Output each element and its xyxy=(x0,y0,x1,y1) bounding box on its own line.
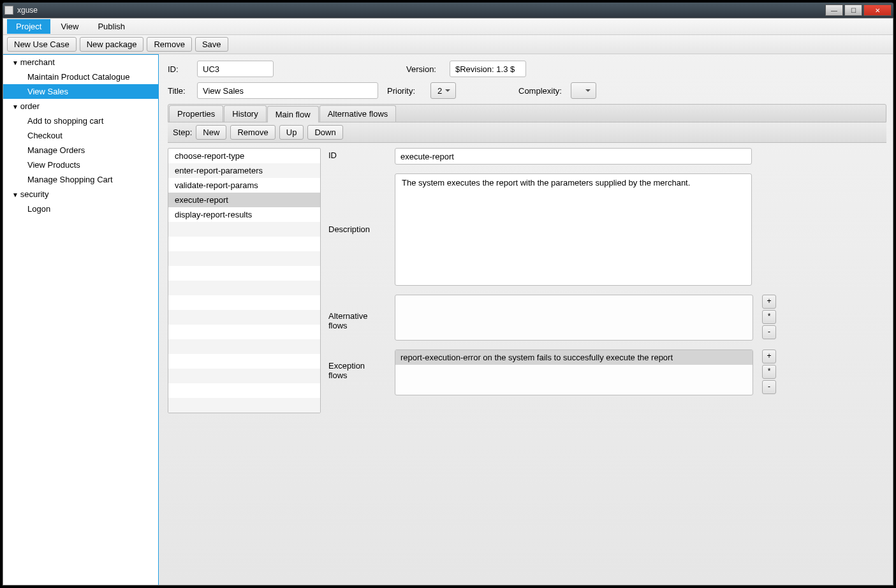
tree-leaf[interactable]: Logon xyxy=(3,202,158,216)
new-use-case-button[interactable]: New Use Case xyxy=(7,37,77,52)
id-label: ID: xyxy=(168,64,188,74)
alt-add-button[interactable]: + xyxy=(762,295,776,309)
tree-sidebar[interactable]: merchant Maintain Product Catalogue View… xyxy=(3,54,159,585)
menu-view[interactable]: View xyxy=(52,19,87,34)
step-toolbar: Step: New Remove Up Down xyxy=(168,122,886,143)
exc-remove-button[interactable]: - xyxy=(762,380,776,394)
id-input[interactable] xyxy=(197,61,274,77)
step-new-button[interactable]: New xyxy=(196,125,226,140)
tab-alt-flows[interactable]: Alternative flows xyxy=(319,105,397,122)
app-icon xyxy=(4,6,13,15)
step-item[interactable]: choose-report-type xyxy=(168,149,320,163)
tab-history[interactable]: History xyxy=(224,105,266,122)
step-list[interactable]: choose-report-type enter-report-paramete… xyxy=(168,148,321,413)
tree-leaf[interactable]: Manage Shopping Cart xyxy=(3,172,158,187)
tree-group-merchant[interactable]: merchant xyxy=(3,55,158,70)
tree-group-order[interactable]: order xyxy=(3,99,158,114)
tree-leaf[interactable]: Maintain Product Catalogue xyxy=(3,70,158,84)
tab-bar: Properties History Main flow Alternative… xyxy=(168,104,886,122)
window-title: xguse xyxy=(17,6,825,15)
maximize-button[interactable]: ☐ xyxy=(844,4,862,16)
main-panel: ID: Version: Title: Priority: 2 Complexi… xyxy=(159,54,893,585)
version-input[interactable] xyxy=(450,61,526,77)
new-package-button[interactable]: New package xyxy=(80,37,144,52)
exc-flows-label: Exception flows xyxy=(328,349,386,380)
tree-leaf[interactable]: Checkout xyxy=(3,128,158,143)
priority-select[interactable]: 2 xyxy=(430,82,456,99)
step-item[interactable]: enter-report-parameters xyxy=(168,163,320,178)
alt-remove-button[interactable]: - xyxy=(762,325,776,339)
tree-leaf[interactable]: Add to shopping cart xyxy=(3,114,158,128)
tree-leaf[interactable]: View Products xyxy=(3,158,158,172)
tab-main-flow[interactable]: Main flow xyxy=(267,106,319,122)
save-button[interactable]: Save xyxy=(195,37,228,52)
step-up-button[interactable]: Up xyxy=(279,125,304,140)
tree-leaf-selected[interactable]: View Sales xyxy=(3,84,158,99)
title-label: Title: xyxy=(168,86,188,96)
exc-flows-list[interactable]: report-execution-error on the system fai… xyxy=(395,349,753,395)
complexity-label: Complexity: xyxy=(518,86,562,96)
description-label: Description xyxy=(328,173,386,286)
menu-bar: Project View Publish xyxy=(3,18,893,35)
window-titlebar: xguse — ☐ ✕ xyxy=(3,3,893,18)
title-input[interactable] xyxy=(197,82,378,99)
step-down-button[interactable]: Down xyxy=(307,125,342,140)
alt-flows-list[interactable] xyxy=(395,295,753,341)
tree-leaf[interactable]: Manage Orders xyxy=(3,143,158,158)
tab-properties[interactable]: Properties xyxy=(169,105,223,122)
exc-edit-button[interactable]: * xyxy=(762,365,776,379)
priority-label: Priority: xyxy=(387,86,422,96)
alt-edit-button[interactable]: * xyxy=(762,310,776,324)
description-textarea[interactable]: The system executes the report with the … xyxy=(395,173,752,286)
alt-flows-label: Alternative flows xyxy=(328,295,386,330)
version-label: Version: xyxy=(406,64,441,74)
step-id-input[interactable] xyxy=(395,148,752,165)
exc-flow-entry[interactable]: report-execution-error on the system fai… xyxy=(395,350,753,365)
menu-project[interactable]: Project xyxy=(7,19,50,34)
step-id-label: ID xyxy=(328,148,386,165)
close-button[interactable]: ✕ xyxy=(863,4,892,16)
tree-group-security[interactable]: security xyxy=(3,187,158,202)
complexity-select[interactable] xyxy=(571,82,596,99)
step-label: Step: xyxy=(173,128,192,137)
toolbar: New Use Case New package Remove Save xyxy=(3,35,893,54)
step-item[interactable]: display-report-results xyxy=(168,207,320,222)
step-remove-button[interactable]: Remove xyxy=(230,125,275,140)
remove-button[interactable]: Remove xyxy=(147,37,191,52)
exc-add-button[interactable]: + xyxy=(762,349,776,364)
step-item[interactable]: validate-report-params xyxy=(168,178,320,193)
minimize-button[interactable]: — xyxy=(825,4,843,16)
menu-publish[interactable]: Publish xyxy=(89,19,134,34)
step-item-selected[interactable]: execute-report xyxy=(168,193,320,207)
